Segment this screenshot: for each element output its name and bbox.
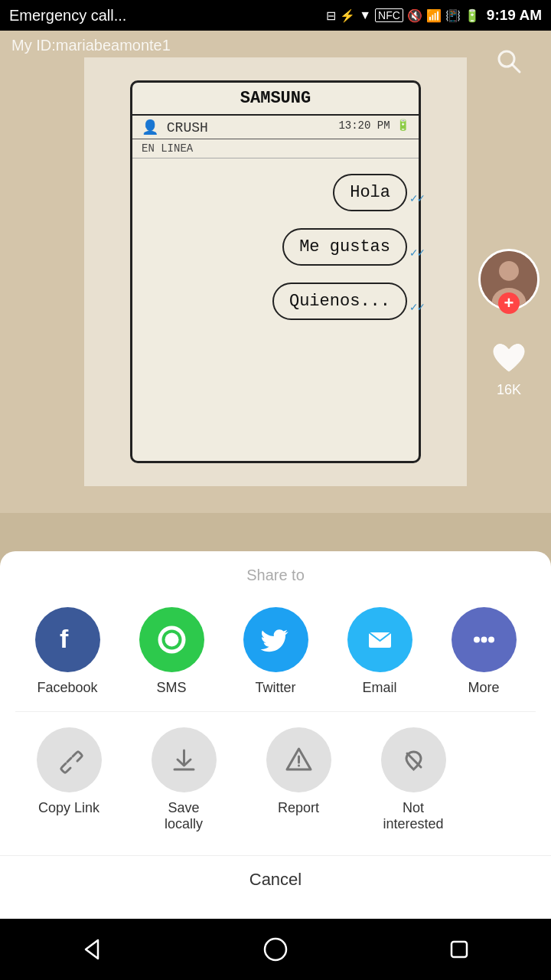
wifi-icon: 📶 (426, 8, 442, 23)
email-icon-circle (347, 607, 412, 672)
notification-icon: ▼ (359, 8, 371, 22)
svg-point-8 (165, 633, 178, 647)
sms-label: SMS (156, 680, 186, 696)
share-save-locally[interactable]: Save locally (145, 727, 222, 832)
user-id-overlay: My ID:mariabeamonte1 (11, 37, 171, 54)
share-more[interactable]: More (445, 607, 522, 696)
twitter-icon-circle (243, 607, 308, 672)
more-label: More (468, 680, 499, 696)
mute-icon: 🔇 (407, 8, 422, 23)
facebook-icon-circle: f (35, 607, 100, 672)
svg-text:f: f (60, 624, 69, 653)
battery-charging-icon: ⚡ (340, 8, 355, 23)
svg-marker-20 (86, 940, 98, 959)
cancel-button[interactable]: Cancel (0, 855, 551, 903)
email-label: Email (362, 680, 396, 696)
share-row-2: Copy Link Save locally Rep (0, 712, 551, 848)
photo-icon: ⊟ (326, 8, 336, 23)
svg-point-10 (474, 637, 480, 643)
sketch-bubble-3: Quienos... ✓✓ (272, 283, 407, 320)
search-button[interactable] (490, 42, 528, 80)
sketch-brand: SAMSUNG (132, 83, 419, 116)
svg-point-12 (488, 637, 494, 643)
twitter-label: Twitter (255, 680, 295, 696)
bottom-nav (0, 919, 551, 980)
sketch-bubble-2: Me gustas ✓✓ (282, 228, 407, 266)
like-count: 16K (497, 382, 521, 398)
status-text: Emergency call... (9, 7, 126, 24)
facebook-label: Facebook (37, 680, 97, 696)
copy-link-icon-circle (37, 727, 102, 792)
back-button[interactable] (69, 926, 115, 972)
status-icons: ⊟ ⚡ ▼ NFC 🔇 📶 📳 🔋 9:19 AM (326, 7, 542, 24)
avatar-container[interactable]: + (478, 249, 540, 310)
svg-point-3 (499, 261, 519, 281)
svg-point-18 (298, 765, 300, 767)
sim-icon: 📳 (445, 8, 461, 23)
sms-icon-circle (139, 607, 204, 672)
share-report[interactable]: Report (260, 727, 337, 832)
share-row-1: f Facebook SMS Twitter (0, 599, 551, 711)
nfc-icon: NFC (375, 8, 403, 22)
copy-link-label: Copy Link (38, 800, 99, 816)
share-copy-link[interactable]: Copy Link (31, 727, 107, 832)
like-container[interactable]: 16K (488, 337, 530, 398)
follow-button[interactable]: + (498, 292, 520, 314)
sketch-messages: Hola ✓✓ Me gustas ✓✓ Quienos... ✓✓ (132, 158, 419, 335)
sketch-status: 👤 CRUSH 13:20 PM 🔋 (132, 116, 419, 139)
time-display: 9:19 AM (487, 7, 542, 24)
status-bar: Emergency call... ⊟ ⚡ ▼ NFC 🔇 📶 📳 🔋 9:19… (0, 0, 551, 31)
svg-point-21 (265, 939, 286, 960)
share-not-interested[interactable]: Not interested (375, 727, 452, 832)
battery-icon: 🔋 (465, 8, 480, 23)
report-icon-circle (266, 727, 331, 792)
save-locally-icon-circle (152, 727, 217, 792)
share-facebook[interactable]: f Facebook (29, 607, 106, 696)
svg-point-11 (481, 637, 487, 643)
share-email[interactable]: Email (341, 607, 418, 696)
svg-line-13 (67, 758, 71, 762)
save-locally-label: Save locally (165, 800, 203, 832)
right-sidebar: + 16K (478, 42, 540, 398)
share-title: Share to (0, 551, 551, 599)
like-button[interactable] (488, 337, 530, 379)
not-interested-label: Not interested (383, 800, 443, 832)
home-button[interactable] (253, 926, 298, 972)
sketch-phone: SAMSUNG 👤 CRUSH 13:20 PM 🔋 EN LINEA Hola… (130, 80, 421, 463)
sketch-bubble-1: Hola ✓✓ (333, 174, 407, 211)
sketch-container: SAMSUNG 👤 CRUSH 13:20 PM 🔋 EN LINEA Hola… (84, 57, 467, 486)
svg-line-1 (512, 64, 520, 72)
share-sheet: Share to f Facebook SMS (0, 551, 551, 919)
not-interested-icon-circle (381, 727, 446, 792)
more-icon-circle (452, 607, 517, 672)
report-label: Report (278, 800, 319, 816)
svg-rect-22 (452, 942, 467, 957)
share-twitter[interactable]: Twitter (237, 607, 314, 696)
recent-button[interactable] (436, 926, 482, 972)
video-content: SAMSUNG 👤 CRUSH 13:20 PM 🔋 EN LINEA Hola… (0, 31, 551, 513)
share-sms[interactable]: SMS (133, 607, 210, 696)
